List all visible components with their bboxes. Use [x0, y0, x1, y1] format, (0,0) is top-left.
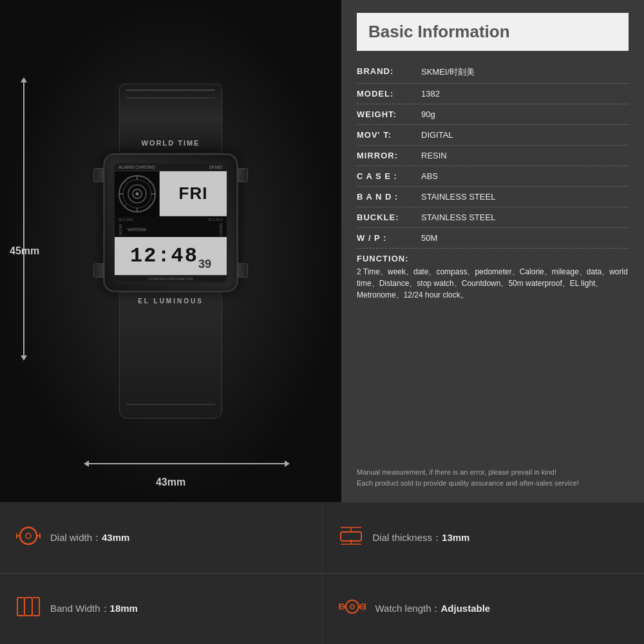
info-value-case: ABS — [421, 171, 629, 181]
brand-label: SKMEI — [209, 165, 223, 169]
watch-case: WORLD TIME EL LUMINOUS ALARM CHRONO SKME… — [103, 153, 238, 292]
face-bottom-bar: COMPASS PEDOMETER — [115, 275, 227, 282]
spec-watch-length-text: Watch length：Adjustable — [375, 603, 491, 615]
face-indicators: AL3 SIG AL1 AL2 — [115, 216, 227, 223]
info-value-function: 2 Time、week、date、compass、pedometer、Calor… — [357, 266, 629, 301]
spec-dial-thickness: Dial thickness：13mm — [323, 503, 645, 573]
day-text: FRI — [179, 184, 208, 204]
spec-dial-width: Dial width：43mm — [0, 503, 323, 573]
dimension-width-label: 43mm — [156, 477, 185, 488]
band-width-icon — [15, 595, 41, 623]
main-container: 45mm WORLD TIME EL LUMINOUS AL — [0, 0, 644, 644]
info-row-band: B A N D : STAINLESS STEEL — [357, 187, 629, 207]
spec-dial-width-text: Dial width：43mm — [50, 532, 129, 544]
mode-label: MODE — [118, 224, 122, 236]
spec-watch-length: Watch length：Adjustable — [323, 574, 645, 644]
info-key-buckle: BUCKLE: — [357, 213, 421, 222]
svg-point-32 — [350, 605, 354, 609]
info-row-model: MODEL: 1382 — [357, 84, 629, 104]
svg-point-31 — [346, 600, 359, 613]
info-rows: BRAND: SKMEI/时刻美 MODEL: 1382 WEIGHT: 90g… — [357, 61, 629, 460]
spec-band-width: Band Width：18mm — [0, 574, 323, 644]
dial-thickness-icon — [338, 524, 364, 552]
face-top-row: FRI — [115, 171, 227, 216]
dim-line-v — [23, 82, 24, 355]
svg-rect-24 — [24, 598, 32, 616]
info-value-buckle: STAINLESS STEEL — [421, 213, 629, 222]
day-area: FRI — [160, 171, 227, 216]
info-row-brand: BRAND: SKMEI/时刻美 — [357, 61, 629, 84]
dimension-height-line — [21, 77, 27, 361]
info-value-model: 1382 — [421, 89, 629, 99]
arrow-left — [84, 460, 89, 467]
info-value-band: STAINLESS STEEL — [421, 192, 629, 202]
el-luminous-label: EL LUMINOUS — [138, 298, 204, 305]
spec-dial-thickness-text: Dial thickness：13mm — [373, 532, 470, 544]
info-key-case: C A S E : — [357, 171, 421, 181]
info-row-mirror: MIRROR: RESIN — [357, 146, 629, 166]
dial-width-icon — [15, 524, 41, 552]
info-section: Basic Information BRAND: SKMEI/时刻美 MODEL… — [341, 0, 644, 502]
dimension-width-line — [84, 460, 290, 467]
svg-line-10 — [124, 181, 126, 183]
watch-face: ALARM CHRONO SKMEI — [113, 162, 228, 283]
info-key-model: MODEL: — [357, 89, 421, 99]
watch-length-icon — [338, 595, 366, 623]
info-key-weight: WEIGHT: — [357, 109, 421, 119]
arrow-right — [285, 460, 290, 467]
info-row-movt: MOV' T: DIGITAL — [357, 125, 629, 146]
top-section: 45mm WORLD TIME EL LUMINOUS AL — [0, 0, 644, 502]
info-value-brand: SKMEI/时刻美 — [421, 66, 629, 78]
svg-rect-19 — [341, 532, 361, 541]
arrow-bottom — [21, 355, 27, 361]
info-value-wp: 50M — [421, 233, 629, 243]
face-top-bar: ALARM CHRONO SKMEI — [115, 164, 227, 171]
reset-label: RESET — [219, 223, 223, 236]
info-note: Manual measurement, if there is an error… — [357, 467, 629, 489]
dimension-height-label: 45mm — [10, 245, 39, 257]
compass-area — [115, 171, 160, 216]
alarm-label: ALARM CHRONO — [118, 165, 155, 169]
info-key-function: FUNCTION: — [357, 254, 421, 263]
specs-row-top: Dial width：43mm Dial thickness：13mm — [0, 502, 644, 573]
info-row-weight: WEIGHT: 90g — [357, 104, 629, 125]
bottom-section: Dial width：43mm Dial thickness：13mm — [0, 502, 644, 644]
info-value-movt: DIGITAL — [421, 130, 629, 140]
svg-point-13 — [20, 527, 37, 544]
arrow-top — [21, 77, 27, 82]
info-key-band: B A N D : — [357, 192, 421, 202]
watch-body: WORLD TIME EL LUMINOUS ALARM CHRONO SKME… — [93, 84, 248, 419]
wr-label: WR50M — [128, 227, 146, 232]
svg-point-14 — [26, 533, 31, 538]
indicator-al3: AL3 SIG — [118, 218, 133, 222]
info-row-case: C A S E : ABS — [357, 166, 629, 187]
info-key-wp: W / P : — [357, 233, 421, 243]
spec-band-width-text: Band Width：18mm — [50, 603, 138, 615]
seconds-text: 39 — [198, 258, 211, 274]
info-title-box: Basic Information — [357, 13, 629, 51]
info-row-buckle: BUCKLE: STAINLESS STEEL — [357, 207, 629, 228]
face-mid-row: MODE WR50M RESET — [115, 223, 227, 237]
compass-svg — [117, 174, 157, 214]
band-bottom — [119, 292, 222, 419]
info-key-brand: BRAND: — [357, 66, 421, 76]
specs-row-bottom: Band Width：18mm — [0, 573, 644, 644]
info-value-weight: 90g — [421, 109, 629, 119]
watch-section: 45mm WORLD TIME EL LUMINOUS AL — [0, 0, 341, 502]
info-key-mirror: MIRROR: — [357, 151, 421, 160]
svg-point-4 — [135, 192, 138, 195]
info-row-wp: W / P : 50M — [357, 228, 629, 249]
info-row-function: FUNCTION: 2 Time、week、date、compass、pedom… — [357, 249, 629, 306]
indicator-al1: AL1 AL2 — [208, 218, 223, 222]
button-left-bottom — [93, 263, 104, 278]
info-key-movt: MOV' T: — [357, 130, 421, 140]
main-time-text: 12:48 — [130, 244, 198, 268]
button-right-bottom — [238, 263, 248, 278]
svg-line-12 — [124, 204, 126, 206]
button-left-top — [93, 168, 104, 182]
info-title: Basic Information — [368, 22, 510, 41]
world-time-label: WORLD TIME — [142, 139, 200, 147]
button-right-top — [238, 168, 248, 182]
face-main-time: 12:48 39 — [115, 237, 227, 275]
dim-line-h — [89, 463, 285, 464]
